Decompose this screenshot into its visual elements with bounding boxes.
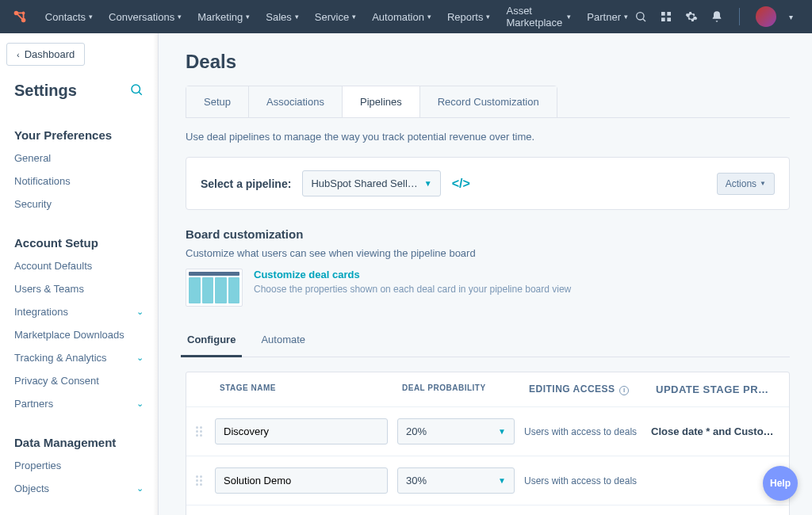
chevron-down-icon: ▾ — [295, 13, 299, 21]
chevron-down-icon: ⌄ — [136, 399, 144, 409]
customize-deal-cards-desc: Choose the properties shown on each deal… — [254, 284, 571, 295]
caret-down-icon: ▼ — [424, 179, 432, 188]
caret-down-icon: ▼ — [760, 180, 766, 187]
chevron-down-icon: ▾ — [486, 13, 490, 21]
chevron-down-icon: ▾ — [624, 13, 628, 21]
info-icon[interactable]: i — [619, 386, 629, 395]
dashboard-back-button[interactable]: ‹ Dashboard — [6, 43, 85, 66]
sidebar-item[interactable]: Tracking & Analytics⌄ — [0, 346, 158, 369]
account-chevron-icon[interactable]: ▾ — [789, 13, 793, 21]
drag-handle[interactable] — [196, 426, 215, 437]
caret-down-icon: ▼ — [498, 427, 506, 436]
sidebar-section-title: Your Preferences — [0, 120, 158, 147]
stage-name-input[interactable] — [215, 467, 388, 494]
table-row: 30%▼ Users with access to deals — [186, 505, 789, 515]
back-button-label: Dashboard — [25, 48, 75, 60]
nav-item[interactable]: Reports▾ — [441, 0, 497, 33]
customize-deal-cards-link[interactable]: Customize deal cards — [254, 269, 571, 280]
nav-item[interactable]: Marketing▾ — [191, 0, 256, 33]
sidebar-item[interactable]: Properties — [0, 454, 158, 477]
tab[interactable]: Setup — [186, 86, 249, 117]
nav-item[interactable]: Service▾ — [308, 0, 362, 33]
pipeline-selected-value: HubSpot Shared Sell… — [311, 177, 417, 189]
tab[interactable]: Pipelines — [343, 86, 420, 117]
nav-item[interactable]: Sales▾ — [259, 0, 305, 33]
chevron-left-icon: ‹ — [17, 50, 20, 59]
board-thumbnail — [186, 269, 243, 307]
object-tabs: SetupAssociationsPipelinesRecord Customi… — [186, 86, 557, 118]
subtab[interactable]: Configure — [186, 326, 237, 357]
th-editing-access: Editing Access i — [529, 383, 656, 395]
marketplace-icon[interactable] — [660, 10, 672, 23]
pipeline-select[interactable]: HubSpot Shared Sell… ▼ — [302, 170, 440, 196]
subtab[interactable]: Automate — [259, 326, 307, 357]
chevron-down-icon: ⌄ — [136, 353, 144, 363]
search-icon[interactable] — [634, 10, 647, 23]
nav-item[interactable]: Contacts▾ — [39, 0, 99, 33]
svg-rect-6 — [661, 17, 665, 21]
sidebar-item[interactable]: Integrations⌄ — [0, 300, 158, 323]
stages-table: Stage Name Deal Probability Editing Acce… — [186, 372, 790, 515]
stage-name-input[interactable] — [215, 418, 388, 444]
caret-down-icon: ▼ — [498, 476, 506, 485]
settings-search-icon[interactable] — [129, 82, 144, 99]
chevron-down-icon: ⌄ — [136, 483, 144, 494]
pipeline-selector-box: Select a pipeline: HubSpot Shared Sell… … — [186, 157, 790, 210]
svg-rect-7 — [667, 17, 671, 21]
embed-code-icon[interactable]: </> — [452, 177, 470, 191]
sidebar-item[interactable]: Marketplace Downloads — [0, 323, 158, 346]
sidebar-item[interactable]: Account Defaults — [0, 254, 158, 277]
table-row: 30%▼ Users with access to deals — [186, 456, 789, 505]
hubspot-logo[interactable] — [10, 6, 31, 28]
probability-select[interactable]: 30%▼ — [397, 467, 515, 494]
update-properties-cell[interactable]: Close date * and Customer T… — [651, 425, 779, 437]
th-stage-name: Stage Name — [220, 383, 402, 395]
chevron-down-icon: ▾ — [178, 13, 182, 21]
chevron-down-icon: ⌄ — [136, 307, 144, 317]
probability-select[interactable]: 20%▼ — [397, 418, 515, 444]
sidebar-item[interactable]: Privacy & Consent — [0, 369, 158, 392]
main-content: Deals SetupAssociationsPipelinesRecord C… — [159, 33, 812, 515]
chevron-down-icon: ▾ — [246, 13, 250, 21]
table-row: 20%▼ Users with access to deals Close da… — [186, 406, 789, 456]
actions-label: Actions — [726, 178, 756, 189]
help-button[interactable]: Help — [763, 466, 798, 501]
nav-item[interactable]: Conversations▾ — [102, 0, 188, 33]
sidebar-item[interactable]: General — [0, 147, 158, 170]
th-update-properties: Update Stage Properties — [656, 383, 775, 395]
sidebar-item[interactable]: Users & Teams — [0, 277, 158, 300]
nav-items: Contacts▾Conversations▾Marketing▾Sales▾S… — [39, 0, 634, 33]
help-label: Help — [770, 478, 791, 489]
sidebar-item[interactable]: Security — [0, 193, 158, 216]
sidebar-item[interactable]: Partners⌄ — [0, 392, 158, 415]
chevron-down-icon: ▾ — [352, 13, 356, 21]
sidebar-section-title: Data Management — [0, 428, 158, 454]
svg-rect-4 — [661, 12, 665, 16]
configure-subtabs: ConfigureAutomate — [186, 326, 790, 357]
tab[interactable]: Record Customization — [420, 86, 557, 117]
svg-point-8 — [132, 85, 140, 93]
pipeline-description: Use deal pipelines to manage the way you… — [186, 131, 790, 143]
actions-button[interactable]: Actions ▼ — [717, 173, 775, 195]
sidebar-item[interactable]: Notifications — [0, 170, 158, 193]
bell-icon[interactable] — [710, 10, 723, 23]
chevron-down-icon: ▾ — [427, 13, 431, 21]
gear-icon[interactable] — [685, 10, 698, 23]
sidebar-item[interactable]: Objects⌄ — [0, 477, 158, 500]
chevron-down-icon: ▾ — [89, 13, 93, 21]
top-navigation: Contacts▾Conversations▾Marketing▾Sales▾S… — [0, 0, 812, 33]
svg-point-3 — [637, 13, 644, 20]
editing-access-cell[interactable]: Users with access to deals — [524, 426, 651, 437]
editing-access-cell[interactable]: Users with access to deals — [524, 475, 651, 486]
drag-handle[interactable] — [196, 475, 215, 486]
sidebar-section-title: Account Setup — [0, 228, 158, 254]
tab[interactable]: Associations — [249, 86, 343, 117]
user-avatar[interactable] — [756, 6, 776, 27]
nav-item[interactable]: Partner▾ — [580, 0, 634, 33]
page-title: Deals — [186, 51, 790, 73]
nav-item[interactable]: Automation▾ — [366, 0, 438, 33]
board-customization-desc: Customize what users can see when viewin… — [186, 247, 790, 259]
settings-title: Settings — [14, 82, 77, 100]
nav-item[interactable]: Asset Marketplace▾ — [500, 0, 577, 33]
table-header-row: Stage Name Deal Probability Editing Acce… — [186, 372, 789, 406]
